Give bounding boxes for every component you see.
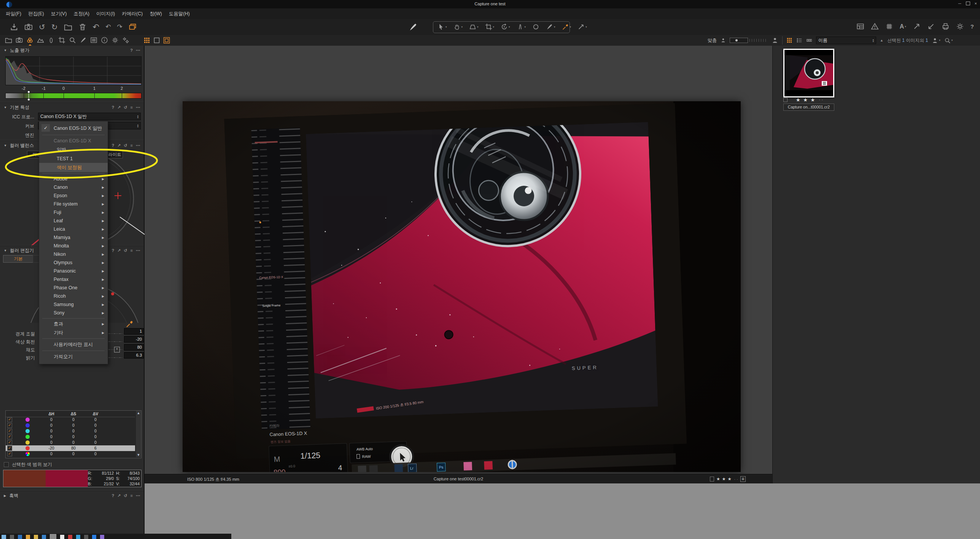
capture-icon[interactable] — [24, 23, 33, 31]
preset-icon[interactable]: ≡ — [130, 105, 133, 110]
help-icon[interactable]: ? — [111, 493, 114, 498]
menu-item-generic[interactable]: 일반 — [39, 145, 108, 154]
menu-item-panasonic[interactable]: Panasonic▶ — [39, 267, 108, 275]
viewer-mode-icon[interactable] — [163, 37, 170, 44]
tab-adjustments-icon[interactable] — [80, 37, 87, 44]
taskbar-icon[interactable] — [34, 535, 38, 539]
pop-out-icon[interactable]: ↗ — [117, 248, 121, 253]
multi-view-icon[interactable] — [143, 37, 150, 44]
grid-overlay-icon[interactable] — [885, 22, 893, 30]
reset-icon[interactable]: ↺ — [124, 105, 127, 110]
menu-item-show-used[interactable]: 사용카메라만 표시 — [39, 340, 108, 349]
menu-item-ricoh[interactable]: Ricoh▶ — [39, 292, 108, 300]
taskbar-icon[interactable] — [84, 535, 88, 539]
open-folder-icon[interactable] — [64, 23, 72, 31]
menu-item-test1[interactable]: TEST 1 — [39, 154, 108, 163]
import-icon[interactable] — [10, 23, 18, 31]
exposure-warning-icon[interactable] — [871, 22, 879, 30]
menu-item-checked[interactable]: ✓ Canon EOS-1D X 일반 — [39, 123, 108, 134]
select-cursor-icon[interactable] — [438, 23, 445, 30]
pick-color-correction-icon[interactable] — [126, 320, 134, 328]
tab-details-icon[interactable] — [69, 37, 76, 44]
scroll-top-icon[interactable]: ▲ — [880, 38, 883, 42]
tab-batch-icon[interactable] — [122, 37, 129, 44]
saturation-value[interactable]: 80 — [124, 344, 144, 351]
undo-small-icon[interactable]: ↶ — [105, 23, 111, 31]
menu-item-color-corrected[interactable]: 색이 보정됨 — [39, 163, 108, 172]
row-checkbox[interactable]: ✓ — [7, 423, 12, 428]
collapse-icon[interactable]: ▼ — [4, 249, 7, 252]
tab-process-icon[interactable] — [111, 37, 119, 44]
menu-item-nikon[interactable]: Nikon▶ — [39, 250, 108, 258]
menu-edit[interactable]: 편집(E) — [25, 8, 48, 19]
taskbar-icon[interactable] — [100, 535, 104, 539]
menu-item-olympus[interactable]: Olympus▶ — [39, 258, 108, 267]
editor-tab-basic[interactable]: 기본 — [3, 255, 33, 263]
view-range-checkbox[interactable] — [4, 462, 9, 467]
menu-item-minolta[interactable]: Minolta▶ — [39, 242, 108, 250]
taskbar-icon[interactable] — [18, 535, 22, 539]
menu-item-samsung[interactable]: Samsung▶ — [39, 300, 108, 309]
menu-item-sony[interactable]: Sony▶ — [39, 309, 108, 317]
row-checkbox[interactable]: ✓ — [7, 417, 12, 422]
color-row-magenta[interactable]: ✓ 000 — [6, 417, 135, 423]
quick-brush-icon[interactable] — [409, 22, 418, 32]
row-checkbox[interactable]: ✓ — [7, 429, 12, 434]
collapse-icon[interactable]: ▼ — [4, 144, 7, 147]
single-view-icon[interactable] — [153, 37, 160, 44]
straighten-tool-icon[interactable] — [578, 23, 585, 30]
color-row-red-selected[interactable]: ✓ -20806 — [6, 445, 135, 451]
thumb-rating-stars[interactable]: ★ ★ ★ — [796, 97, 816, 103]
menu-item-canon[interactable]: Canon▶ — [39, 183, 108, 191]
menu-item-epson[interactable]: Epson▶ — [39, 191, 108, 200]
undo-icon[interactable]: ↶ — [93, 23, 100, 31]
rotate-left-icon[interactable]: ↺ — [39, 23, 45, 31]
zoom-fit-label[interactable]: 맞춤 — [708, 37, 717, 44]
menu-image[interactable]: 이미지(I) — [93, 8, 118, 19]
menu-item-etc[interactable]: 기타▶ — [39, 329, 108, 337]
preset-icon[interactable]: ≡ — [130, 248, 133, 253]
more-icon[interactable]: ⋯ — [136, 48, 140, 53]
collapse-icon[interactable]: ▼ — [4, 49, 7, 52]
color-picker-icon[interactable] — [562, 23, 569, 30]
menu-window[interactable]: 창(W) — [146, 8, 165, 19]
menu-view[interactable]: 보기(V) — [48, 8, 70, 19]
thumb-rating-dots[interactable]: · · — [819, 97, 823, 102]
pop-out-icon[interactable]: ↗ — [117, 105, 121, 110]
meter-marker-top[interactable] — [28, 91, 30, 93]
more-icon[interactable]: ⋯ — [136, 105, 140, 110]
row-checkbox[interactable]: ✓ — [7, 440, 12, 445]
help-icon[interactable]: ? — [111, 105, 114, 110]
menu-item-effects[interactable]: 효과▶ — [39, 320, 108, 329]
icc-profile-select[interactable]: Canon EOS-1D X 일반 ▴▾ — [38, 113, 141, 120]
taskbar-icon[interactable] — [26, 535, 30, 539]
tab-library-icon[interactable] — [5, 37, 12, 44]
tab-lens-icon[interactable] — [48, 37, 55, 44]
taskbar-icon[interactable] — [92, 535, 96, 539]
thumbnail-cell[interactable] — [783, 49, 834, 97]
menu-item-adobe[interactable]: Adobe▶ — [39, 175, 108, 183]
view-range-row[interactable]: 선택한 색 범위 보기 — [4, 461, 52, 468]
color-row-blue[interactable]: ✓ 000 — [6, 423, 135, 428]
crop-tool-icon[interactable] — [485, 23, 492, 30]
annotation-icon[interactable]: A▾ — [900, 23, 906, 30]
maximize-button[interactable] — [966, 2, 970, 5]
base-characteristics-header[interactable]: ▼ 기본 특성 ? ↗ ↺ ≡ ⋯ — [0, 104, 144, 111]
taskbar-icon-active[interactable] — [50, 534, 56, 539]
color-row-cyan[interactable]: ✓ 000 — [6, 428, 135, 434]
taskbar-icon[interactable] — [60, 535, 64, 539]
pop-out-icon[interactable]: ↗ — [117, 493, 121, 498]
thumb-checkbox[interactable] — [783, 98, 788, 102]
draw-mask-icon[interactable] — [546, 23, 553, 30]
menu-camera[interactable]: 카메라(C) — [118, 8, 146, 19]
row-checkbox[interactable]: ✓ — [7, 451, 12, 456]
preset-icon[interactable]: ≡ — [130, 493, 133, 498]
reset-icon[interactable]: ↺ — [124, 248, 127, 253]
taskbar-icon[interactable] — [76, 535, 80, 539]
search-icon[interactable] — [944, 37, 951, 44]
lightness-value[interactable]: 6.3 — [124, 352, 144, 359]
help-icon[interactable]: ? — [130, 48, 133, 53]
help-icon[interactable]: ? — [111, 248, 114, 253]
more-icon[interactable]: ⋯ — [136, 248, 140, 253]
start-button[interactable] — [2, 535, 6, 539]
